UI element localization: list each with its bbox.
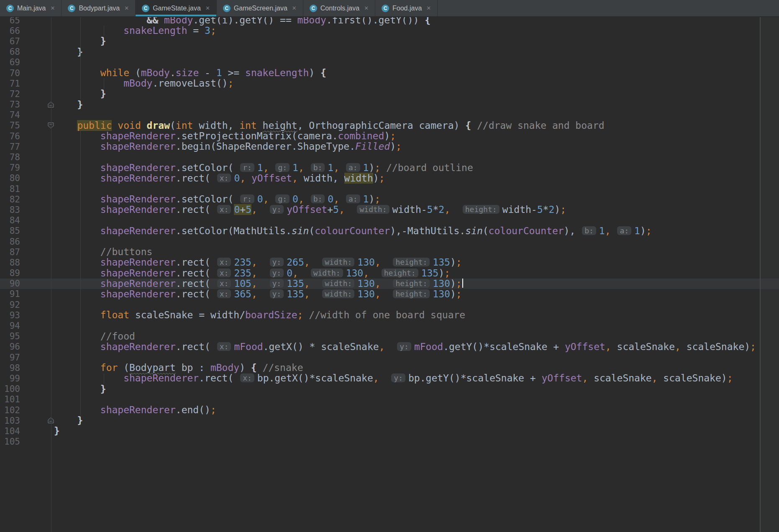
gutter-fold-area[interactable] <box>20 363 51 373</box>
tab-food-java[interactable]: CFood.java✕ <box>375 0 438 16</box>
line-number[interactable]: 72 <box>0 89 20 99</box>
gutter-fold-area[interactable] <box>20 68 51 78</box>
gutter-fold-area[interactable] <box>20 373 51 384</box>
line-number[interactable]: 85 <box>0 226 20 236</box>
gutter-fold-area[interactable] <box>20 352 51 363</box>
line-number[interactable]: 99 <box>0 373 20 384</box>
gutter-fold-area[interactable] <box>20 47 51 57</box>
tab-gamescreen-java[interactable]: CGameScreen.java✕ <box>217 0 303 16</box>
gutter-fold-area[interactable] <box>20 279 51 289</box>
line-number[interactable]: 87 <box>0 247 20 257</box>
token: .getY()*scaleSnake + <box>443 341 565 352</box>
gutter-fold-area[interactable] <box>20 415 51 426</box>
line-number[interactable]: 100 <box>0 384 20 394</box>
gutter-fold-area[interactable] <box>20 426 51 436</box>
line-number[interactable]: 83 <box>0 205 20 215</box>
gutter-fold-area[interactable] <box>20 89 51 99</box>
token: mBody <box>141 67 170 78</box>
gutter-fold-area[interactable] <box>20 173 51 184</box>
gutter-fold-area[interactable] <box>20 163 51 173</box>
token: ),-MathUtils. <box>390 225 465 236</box>
line-number[interactable]: 69 <box>0 57 20 67</box>
line-number[interactable]: 93 <box>0 310 20 320</box>
gutter-fold-area[interactable] <box>20 152 51 162</box>
gutter-fold-area[interactable] <box>20 289 51 299</box>
line-number[interactable]: 80 <box>0 173 20 183</box>
gutter-fold-area[interactable] <box>20 331 51 342</box>
gutter-fold-area[interactable] <box>20 320 51 331</box>
line-number[interactable]: 86 <box>0 237 20 247</box>
line-number[interactable]: 74 <box>0 110 20 120</box>
line-number[interactable]: 76 <box>0 131 20 141</box>
tab-gamestate-java[interactable]: CGameState.java✕ <box>136 0 217 16</box>
line-number[interactable]: 73 <box>0 100 20 110</box>
gutter-fold-area[interactable] <box>20 184 51 194</box>
gutter-fold-area[interactable] <box>20 236 51 247</box>
line-number[interactable]: 98 <box>0 363 20 373</box>
close-icon[interactable]: ✕ <box>205 5 210 11</box>
close-icon[interactable]: ✕ <box>50 5 55 11</box>
code-editor[interactable]: 65 && mBody.get(i).getY() == mBody.first… <box>0 17 779 532</box>
line-number[interactable]: 78 <box>0 152 20 162</box>
gutter-fold-area[interactable] <box>20 384 51 394</box>
line-number[interactable]: 91 <box>0 289 20 299</box>
gutter-fold-area[interactable] <box>20 405 51 415</box>
gutter-fold-area[interactable] <box>20 257 51 268</box>
line-number[interactable]: 81 <box>0 184 20 194</box>
tab-bodypart-java[interactable]: CBodypart.java✕ <box>62 0 136 16</box>
line-number[interactable]: 71 <box>0 79 20 89</box>
tab-controls-java[interactable]: CControls.java✕ <box>303 0 375 16</box>
gutter-fold-area[interactable] <box>20 215 51 226</box>
gutter-fold-area[interactable] <box>20 57 51 68</box>
error-stripe-scrollbar[interactable] <box>760 17 779 532</box>
line-number[interactable]: 96 <box>0 342 20 352</box>
gutter-fold-area[interactable] <box>20 131 51 141</box>
line-number[interactable]: 92 <box>0 300 20 310</box>
line-number[interactable]: 67 <box>0 36 20 46</box>
line-number[interactable]: 79 <box>0 163 20 173</box>
close-icon[interactable]: ✕ <box>426 5 431 11</box>
gutter-fold-area[interactable] <box>20 36 51 46</box>
line-number[interactable]: 94 <box>0 321 20 331</box>
line-number[interactable]: 101 <box>0 394 20 404</box>
close-icon[interactable]: ✕ <box>292 5 297 11</box>
line-number[interactable]: 97 <box>0 353 20 363</box>
line-number[interactable]: 105 <box>0 437 20 447</box>
line-number[interactable]: 75 <box>0 120 20 130</box>
gutter-fold-area[interactable] <box>20 26 51 36</box>
gutter-fold-area[interactable] <box>20 247 51 257</box>
line-number[interactable]: 82 <box>0 194 20 205</box>
gutter-fold-area[interactable] <box>20 194 51 205</box>
gutter-fold-area[interactable] <box>20 437 51 447</box>
gutter-fold-area[interactable] <box>20 226 51 236</box>
gutter-fold-area[interactable] <box>20 120 51 131</box>
line-number[interactable]: 68 <box>0 47 20 57</box>
line-number[interactable]: 90 <box>0 279 20 289</box>
tab-main-java[interactable]: CMain.java✕ <box>0 0 62 16</box>
line-number[interactable]: 88 <box>0 258 20 268</box>
line-number[interactable]: 95 <box>0 331 20 341</box>
gutter-fold-area[interactable] <box>20 205 51 215</box>
gutter-fold-area[interactable] <box>20 394 51 405</box>
close-icon[interactable]: ✕ <box>364 5 369 11</box>
gutter-fold-area[interactable] <box>20 310 51 320</box>
token: 130 <box>357 257 375 268</box>
gutter-fold-area[interactable] <box>20 141 51 152</box>
gutter-fold-area[interactable] <box>20 78 51 89</box>
gutter-fold-area[interactable] <box>20 342 51 352</box>
line-number[interactable]: 65 <box>0 17 20 26</box>
gutter-fold-area[interactable] <box>20 299 51 310</box>
gutter-fold-area[interactable] <box>20 110 51 120</box>
line-number[interactable]: 102 <box>0 405 20 415</box>
close-icon[interactable]: ✕ <box>124 5 129 11</box>
line-number[interactable]: 84 <box>0 215 20 225</box>
gutter-fold-area[interactable] <box>20 100 51 110</box>
line-number[interactable]: 77 <box>0 142 20 152</box>
gutter-fold-area[interactable] <box>20 268 51 279</box>
line-number[interactable]: 89 <box>0 268 20 278</box>
line-number[interactable]: 104 <box>0 426 20 436</box>
line-number[interactable]: 70 <box>0 68 20 78</box>
gutter-fold-area[interactable] <box>20 17 51 26</box>
line-number[interactable]: 66 <box>0 26 20 36</box>
line-number[interactable]: 103 <box>0 416 20 426</box>
